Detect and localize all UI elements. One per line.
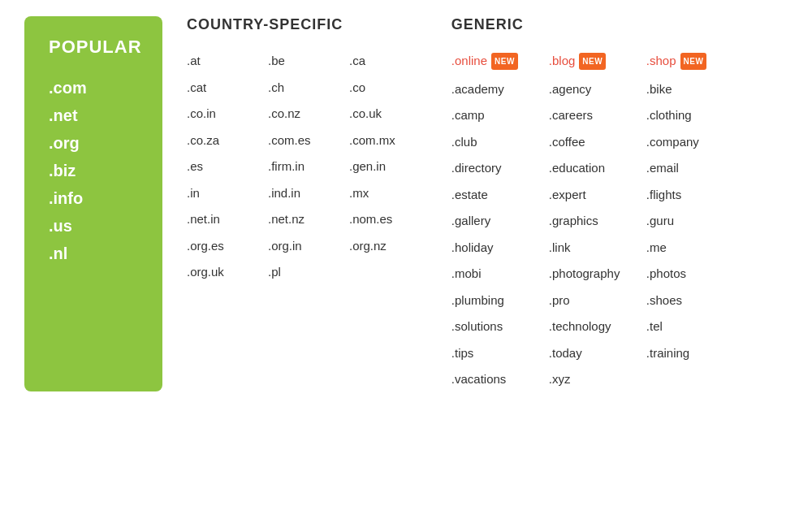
country-tld-item[interactable]: .ch — [268, 76, 341, 100]
new-badge: NEW — [680, 53, 707, 70]
popular-sidebar: POPULAR .com.net.org.biz.info.us.nl — [24, 16, 162, 391]
featured-tld-col: .blogNEW — [549, 50, 638, 73]
generic-tld-item[interactable]: .xyz — [549, 368, 638, 391]
popular-title: POPULAR — [49, 37, 138, 58]
generic-tld-item[interactable]: .academy — [451, 78, 541, 102]
country-tld-item[interactable]: .cat — [187, 76, 260, 100]
country-tld-item[interactable]: .co.za — [187, 129, 260, 153]
country-tld-item[interactable]: .at — [187, 50, 260, 73]
generic-tld-item[interactable]: .solutions — [451, 315, 541, 339]
generic-tld-item[interactable]: .mobi — [451, 262, 541, 286]
country-tld-item[interactable]: .in — [187, 182, 260, 205]
popular-item[interactable]: .us — [49, 212, 138, 240]
generic-tld-item[interactable]: .club — [451, 131, 541, 154]
featured-tld-item[interactable]: .blogNEW — [549, 50, 638, 73]
country-tld-item[interactable]: .org.in — [268, 235, 341, 258]
country-tld-item[interactable]: .be — [268, 50, 341, 73]
new-badge: NEW — [579, 53, 606, 70]
featured-tld-col: .onlineNEW — [451, 50, 541, 73]
generic-tld-item[interactable]: .training — [646, 342, 736, 365]
generic-tld-item[interactable]: .holiday — [451, 236, 541, 260]
generic-featured-row: .onlineNEW.blogNEW.shopNEW — [451, 50, 788, 73]
country-tld-item[interactable]: .com.es — [268, 129, 341, 153]
country-tld-item[interactable]: .firm.in — [268, 155, 341, 179]
country-tld-item[interactable]: .net.in — [187, 208, 260, 231]
generic-tld-item[interactable]: .directory — [451, 157, 541, 180]
featured-tld-col: .shopNEW — [646, 50, 736, 73]
generic-tld-item[interactable]: .estate — [451, 184, 541, 207]
generic-tld-item[interactable]: .gallery — [451, 210, 541, 233]
country-tld-item[interactable]: .org.nz — [349, 235, 422, 258]
popular-item[interactable]: .info — [49, 184, 138, 212]
country-tld-item[interactable]: .net.nz — [268, 208, 341, 231]
generic-tld-item[interactable]: .me — [646, 236, 736, 260]
country-tld-item[interactable]: .pl — [268, 261, 341, 284]
generic-tld-item[interactable]: .education — [549, 157, 638, 180]
generic-tld-item[interactable]: .tips — [451, 342, 541, 365]
country-tld-item[interactable]: .co.nz — [268, 102, 341, 126]
popular-items-list: .com.net.org.biz.info.us.nl — [49, 74, 138, 267]
popular-item[interactable]: .org — [49, 129, 138, 157]
generic-tld-item[interactable]: .pro — [549, 289, 638, 313]
generic-tld-item[interactable]: .coffee — [549, 131, 638, 154]
generic-tld-item[interactable]: .photos — [646, 262, 736, 286]
featured-tld-item[interactable]: .shopNEW — [646, 50, 736, 73]
generic-tld-column: .academy.camp.club.directory.estate.gall… — [451, 78, 541, 391]
featured-tld-row: .onlineNEW.blogNEW.shopNEW — [451, 50, 736, 73]
generic-tld-item[interactable]: .tel — [646, 315, 736, 339]
generic-tld-item[interactable]: .today — [549, 342, 638, 365]
generic-tld-item[interactable]: .photography — [549, 262, 638, 286]
generic-columns: .academy.camp.club.directory.estate.gall… — [451, 78, 788, 391]
country-tld-column: .at.cat.co.in.co.za.es.in.net.in.org.es.… — [187, 50, 260, 284]
country-tld-item[interactable]: .nom.es — [349, 208, 422, 231]
generic-tld-column: .agency.careers.coffee.education.expert.… — [549, 78, 638, 391]
featured-tld-item[interactable]: .onlineNEW — [451, 50, 541, 73]
country-specific-title: COUNTRY-SPECIFIC — [187, 16, 427, 33]
country-tld-item[interactable]: .co — [349, 76, 422, 100]
generic-tld-item[interactable]: .company — [646, 131, 736, 154]
generic-tld-item[interactable]: .flights — [646, 184, 736, 207]
country-tld-item[interactable]: .mx — [349, 182, 422, 205]
country-tld-item[interactable]: .ca — [349, 50, 422, 73]
generic-tld-item[interactable]: .plumbing — [451, 289, 541, 313]
country-tld-item[interactable]: .co.in — [187, 102, 260, 126]
popular-item[interactable]: .nl — [49, 240, 138, 267]
country-tld-item[interactable]: .gen.in — [349, 155, 422, 179]
generic-tld-item[interactable]: .careers — [549, 104, 638, 128]
generic-section: GENERIC .onlineNEW.blogNEW.shopNEW .acad… — [451, 16, 788, 391]
generic-tld-item[interactable]: .guru — [646, 210, 736, 233]
popular-item[interactable]: .biz — [49, 157, 138, 184]
country-tld-item[interactable]: .com.mx — [349, 129, 422, 153]
generic-tld-item[interactable]: .expert — [549, 184, 638, 207]
generic-tld-item[interactable]: .link — [549, 236, 638, 260]
popular-item[interactable]: .net — [49, 102, 138, 129]
country-specific-section: COUNTRY-SPECIFIC .at.cat.co.in.co.za.es.… — [187, 16, 427, 391]
country-tld-item[interactable]: .org.uk — [187, 261, 260, 284]
generic-tld-item[interactable]: .vacations — [451, 368, 541, 391]
generic-tld-column: .bike.clothing.company.email.flights.gur… — [646, 78, 736, 391]
featured-tld-text: .online — [451, 50, 487, 73]
country-tld-item[interactable]: .es — [187, 155, 260, 179]
generic-tld-item[interactable]: .technology — [549, 315, 638, 339]
new-badge: NEW — [491, 53, 518, 70]
generic-tld-item[interactable]: .graphics — [549, 210, 638, 233]
featured-tld-text: .shop — [646, 50, 676, 73]
generic-title: GENERIC — [451, 16, 788, 33]
country-tld-column: .ca.co.co.uk.com.mx.gen.in.mx.nom.es.org… — [349, 50, 422, 284]
country-tld-item[interactable]: .org.es — [187, 235, 260, 258]
country-tld-column: .be.ch.co.nz.com.es.firm.in.ind.in.net.n… — [268, 50, 341, 284]
generic-tld-item[interactable]: .camp — [451, 104, 541, 128]
generic-tld-item[interactable]: .shoes — [646, 289, 736, 313]
generic-tld-item[interactable]: .clothing — [646, 104, 736, 128]
generic-tld-item[interactable]: .bike — [646, 78, 736, 102]
popular-item[interactable]: .com — [49, 74, 138, 102]
country-tld-item[interactable]: .ind.in — [268, 182, 341, 205]
featured-tld-text: .blog — [549, 50, 576, 73]
generic-tld-item[interactable]: .email — [646, 157, 736, 180]
country-tld-item[interactable]: .co.uk — [349, 102, 422, 126]
generic-tld-item[interactable]: .agency — [549, 78, 638, 102]
country-columns: .at.cat.co.in.co.za.es.in.net.in.org.es.… — [187, 50, 427, 284]
